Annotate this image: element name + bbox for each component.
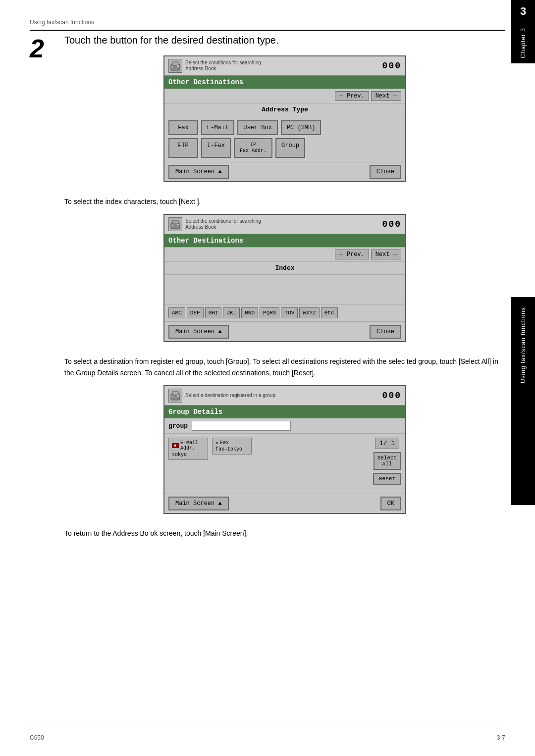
- svg-rect-10: [177, 395, 179, 397]
- screen3-page-indicator: 1/ 1: [375, 438, 399, 449]
- chapter-label: Chapter 3: [520, 28, 527, 58]
- screen1-title-line1: Select the conditions for searching: [185, 60, 261, 66]
- screen1-row2: FTP I-Fax IPFax Addr. Group: [168, 138, 401, 158]
- screen2-title-line1: Select the conditions for searching: [185, 218, 261, 224]
- screen1: Select the conditions for searching Addr…: [163, 55, 406, 182]
- fax-button[interactable]: Fax: [168, 120, 198, 135]
- screen3-header: Select a destination registered in a gro…: [164, 386, 405, 405]
- step-number: 2: [30, 36, 44, 61]
- screen1-header: Select the conditions for searching Addr…: [164, 56, 405, 76]
- screen3: Select a destination registered in a gro…: [163, 385, 406, 514]
- screen3-group-content: ■ E-MailAddr. tokyo ⬧ Fax fax-tokyo 1/ 1: [164, 434, 405, 489]
- screen2-nav-row: ← Prev. Next →: [164, 247, 405, 262]
- side-label: Using fax/scan functions: [520, 307, 527, 383]
- bottom-rule: [30, 726, 505, 726]
- idx-tuv[interactable]: TUV: [281, 307, 298, 318]
- screen1-container: Select the conditions for searching Addr…: [64, 55, 505, 189]
- svg-rect-9: [172, 392, 178, 395]
- screen3-footer: Main Screen ▲ OK: [164, 494, 405, 513]
- ipfaxaddr-button[interactable]: IPFax Addr.: [234, 138, 272, 158]
- entry1-name: tokyo: [172, 452, 205, 457]
- ftp-button[interactable]: FTP: [168, 138, 198, 158]
- idx-pqrs[interactable]: PQRS: [260, 307, 279, 318]
- screen2-index-buttons: ABC DEF GHI JKL MNO PQRS TUV WXYZ etc: [164, 304, 405, 322]
- screen3-group-label: group: [168, 422, 188, 430]
- screen3-title-line1: Select a destination registered in a gro…: [185, 393, 277, 399]
- email-button[interactable]: E-Mail: [201, 120, 234, 135]
- pcsmb-button[interactable]: PC (SMB): [281, 120, 321, 135]
- screen2-main-screen-btn[interactable]: Main Screen ▲: [168, 325, 229, 339]
- screen2-index-area: [164, 275, 405, 304]
- userbox-button[interactable]: User Box: [237, 120, 278, 135]
- screen1-header-left: Select the conditions for searching Addr…: [168, 59, 261, 73]
- screen2-next-btn[interactable]: Next →: [371, 250, 401, 259]
- svg-rect-2: [177, 65, 179, 67]
- screen3-reset-btn[interactable]: Reset: [373, 473, 401, 485]
- screen3-group-name-input[interactable]: [192, 421, 291, 431]
- svg-rect-6: [177, 224, 179, 225]
- idx-def[interactable]: DEF: [187, 307, 204, 318]
- idx-ghi[interactable]: GHI: [205, 307, 222, 318]
- top-rule: [30, 30, 505, 31]
- screen1-button-grid: Fax E-Mail User Box PC (SMB) FTP I-Fax I…: [164, 116, 405, 162]
- screen2-prev-btn[interactable]: ← Prev.: [335, 250, 369, 259]
- screen1-counter: 000: [382, 61, 401, 71]
- screen2-title-line2: Address Book: [185, 224, 261, 230]
- screen1-title-line2: Address Book: [185, 66, 261, 72]
- idx-mno[interactable]: MNO: [241, 307, 258, 318]
- entry1-card[interactable]: ■ E-MailAddr. tokyo: [168, 438, 208, 460]
- chapter-number: 3: [520, 5, 526, 18]
- screen1-close-btn[interactable]: Close: [370, 165, 401, 179]
- screen3-icon: [168, 389, 182, 403]
- email-icon: ■: [172, 443, 179, 448]
- screen1-nav-row: ← Prev. Next →: [164, 89, 405, 103]
- screen3-counter: 000: [382, 391, 401, 401]
- footer-left: C650: [30, 734, 44, 741]
- screen3-spacer: [164, 489, 405, 494]
- screen2-header-left: Select the conditions for searching Addr…: [168, 217, 261, 231]
- screen2-counter: 000: [382, 219, 401, 229]
- main-content: Touch the button for the desired destina…: [64, 34, 505, 546]
- svg-rect-5: [172, 220, 178, 224]
- entry2-card[interactable]: ⬧ Fax fax-tokyo: [212, 438, 252, 454]
- screen2-title: Select the conditions for searching Addr…: [185, 218, 261, 230]
- footer: C650 3-7: [30, 734, 505, 741]
- screen2-section-title: Index: [164, 262, 405, 275]
- para1: To select the index characters, touch [N…: [64, 196, 505, 207]
- screen1-next-btn[interactable]: Next →: [371, 91, 401, 101]
- screen3-main-screen-btn[interactable]: Main Screen ▲: [168, 497, 229, 510]
- svg-rect-1: [172, 62, 178, 65]
- screen2: Select the conditions for searching Addr…: [163, 214, 406, 342]
- screen1-main-screen-btn[interactable]: Main Screen ▲: [168, 165, 229, 179]
- screen2-header: Select the conditions for searching Addr…: [164, 215, 405, 234]
- screen3-title: Select a destination registered in a gro…: [185, 393, 277, 399]
- screen2-tab[interactable]: Other Destinations: [164, 234, 405, 247]
- screen3-group-name-row: group: [164, 418, 405, 434]
- idx-abc[interactable]: ABC: [168, 307, 185, 318]
- screen1-section-title: Address Type: [164, 103, 405, 116]
- idx-jkl[interactable]: JKL: [223, 307, 240, 318]
- ifax-button[interactable]: I-Fax: [201, 138, 231, 158]
- screen3-tab[interactable]: Group Details: [164, 405, 405, 418]
- screen1-row1: Fax E-Mail User Box PC (SMB): [168, 120, 401, 135]
- entry2-name: fax-tokyo: [215, 447, 248, 452]
- screen1-icon: [168, 59, 182, 73]
- para2: To select a destination from register ed…: [64, 356, 505, 378]
- screen2-close-btn[interactable]: Close: [370, 325, 401, 339]
- entry1-type: ■ E-MailAddr.: [172, 440, 205, 451]
- footer-right: 3-7: [497, 734, 505, 741]
- idx-etc[interactable]: etc: [321, 307, 338, 318]
- idx-wxyz[interactable]: WXYZ: [299, 307, 319, 318]
- screen1-prev-btn[interactable]: ← Prev.: [335, 91, 369, 101]
- fax-icon: ⬧: [215, 440, 218, 446]
- screen1-tab[interactable]: Other Destinations: [164, 76, 405, 89]
- chapter-tab: 3 Chapter 3: [511, 0, 535, 63]
- screen3-container: Select a destination registered in a gro…: [64, 385, 505, 521]
- para3: To return to the Address Bo ok screen, t…: [64, 528, 505, 539]
- screen3-ok-btn[interactable]: OK: [380, 497, 401, 510]
- group-button[interactable]: Group: [275, 138, 305, 158]
- screen3-select-all-btn[interactable]: SelectAll: [374, 452, 401, 470]
- step-title: Touch the button for the desired destina…: [64, 34, 505, 47]
- screen2-icon: [168, 217, 182, 231]
- screen1-title: Select the conditions for searching Addr…: [185, 60, 261, 72]
